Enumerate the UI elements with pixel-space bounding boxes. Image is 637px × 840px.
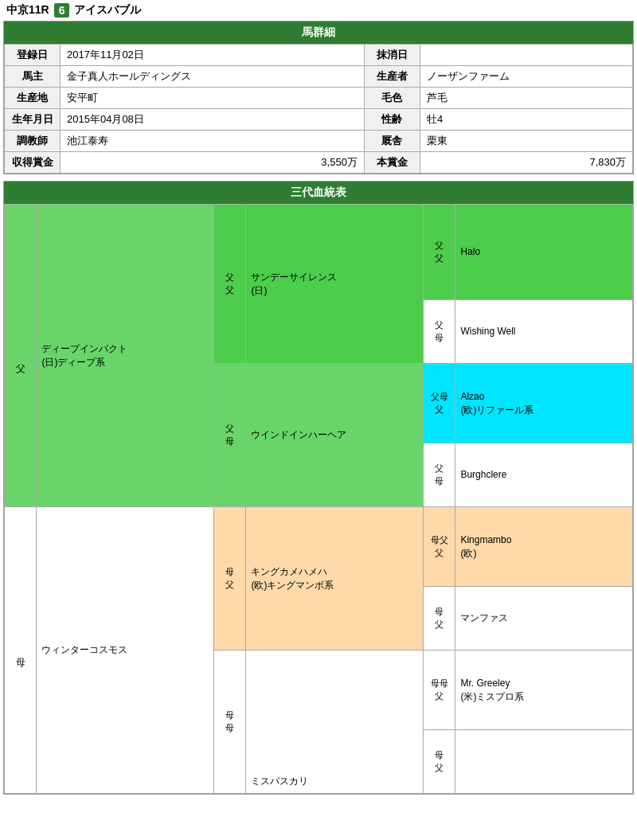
row-birthdate: 生年月日 2015年04月08日 性齢 牡4 [5,109,633,131]
gf-manfath-name: マンファス [455,587,633,651]
row-owner: 馬主 金子真人ホールディングス 生産者 ノーザンファーム [5,66,633,88]
owner-value: 金子真人ホールディングス [61,66,365,88]
race-number-badge: 6 [54,3,70,18]
maternal-father-rel: 母父 [213,507,245,651]
gf-alzao-rel: 父母父 [423,364,455,443]
gf-empty-rel: 母父 [423,730,455,794]
prize-value: 7,830万 [420,152,632,174]
breeder-value: ノーザンファーム [420,66,632,88]
sex-value: 牡4 [420,109,632,131]
maternal-mother-name: ミスパスカリ [246,651,424,794]
stable-value: 栗東 [420,131,632,152]
gf-halo-name: Halo [455,205,633,300]
mother-name: ウィンターコスモス [37,507,214,794]
gf-burghclere-rel: 父母 [423,443,455,507]
gf-alzao-name: Alzao(欧)リファール系 [455,364,633,443]
registration-label: 登録日 [5,45,61,66]
gf-mrgreeley-rel: 母母父 [423,651,455,730]
details-title: 馬群細 [4,21,633,44]
birthdate-label: 生年月日 [5,109,61,131]
birthdate-value: 2015年04月08日 [61,109,365,131]
registration-value: 2017年11月02日 [61,45,365,66]
trainer-value: 池江泰寿 [61,131,365,152]
details-section: 馬群細 登録日 2017年11月02日 抹消日 馬主 金子真人ホールディングス … [3,21,634,174]
page-header: 中京11R 6 アイスバブル [0,0,637,21]
breeder-label: 生産者 [364,66,420,88]
row-registration: 登録日 2017年11月02日 抹消日 [5,45,633,66]
maternal-mother-rel: 母母 [213,651,245,794]
paternal-father-rel: 父父 [213,205,245,364]
horse-name-header: アイスバブル [74,3,141,18]
coat-value: 芦毛 [420,88,632,109]
bloodline-table: 父 ディープインパクト(日)ディープ系 父父 サンデーサイレンス(日) 父父 H… [4,204,633,794]
details-table: 登録日 2017年11月02日 抹消日 馬主 金子真人ホールディングス 生産者 … [4,44,633,174]
sex-label: 性齢 [364,109,420,131]
prize-label: 本賞金 [364,152,420,174]
row-earnings: 収得賞金 3,550万 本賞金 7,830万 [5,152,633,174]
gf-manfath-rel: 母父 [423,587,455,651]
bloodline-row-1: 父 ディープインパクト(日)ディープ系 父父 サンデーサイレンス(日) 父父 H… [5,205,633,268]
cancellation-label: 抹消日 [364,45,420,66]
cancellation-value [420,45,632,66]
birthplace-value: 安平町 [61,88,365,109]
gf-mrgreeley-name: Mr. Greeley(米)ミスプロ系 [455,651,633,730]
gf-empty-name [455,730,633,794]
gf-kingmambo-name: Kingmambo(欧) [455,507,633,587]
paternal-mother-rel: 父母 [213,364,245,507]
maternal-father-name: キングカメハメハ(欧)キングマンボ系 [246,507,424,651]
bloodline-section: 三代血統表 父 ディープインパクト(日)ディープ系 父父 サンデーサイレンス(日… [3,181,634,795]
father-rel-label: 父 [5,205,37,507]
father-name: ディープインパクト(日)ディープ系 [37,205,214,507]
row-trainer: 調教師 池江泰寿 厩舎 栗東 [5,131,633,152]
mother-rel-label: 母 [5,507,37,794]
bloodline-row-9: 母 ウィンターコスモス 母父 キングカメハメハ(欧)キングマンボ系 母父父 Ki… [5,507,633,555]
bloodline-title: 三代血統表 [4,182,633,204]
row-birthplace: 生産地 安平町 毛色 芦毛 [5,88,633,109]
race-label: 中京11R [6,3,49,18]
earnings-label: 収得賞金 [5,152,61,174]
owner-label: 馬主 [5,66,61,88]
stable-label: 厩舎 [364,131,420,152]
trainer-label: 調教師 [5,131,61,152]
gf-halo-rel: 父父 [423,205,455,300]
birthplace-label: 生産地 [5,88,61,109]
earnings-value: 3,550万 [61,152,365,174]
gf-burghclere-name: Burghclere [455,443,633,507]
gf-wishingwell-rel: 父母 [423,300,455,364]
paternal-father-name: サンデーサイレンス(日) [246,205,424,364]
gf-kingmambo-rel: 母父父 [423,507,455,587]
coat-label: 毛色 [364,88,420,109]
paternal-mother-name: ウインドインハーヘア [246,364,424,507]
gf-wishingwell-name: Wishing Well [455,300,633,364]
